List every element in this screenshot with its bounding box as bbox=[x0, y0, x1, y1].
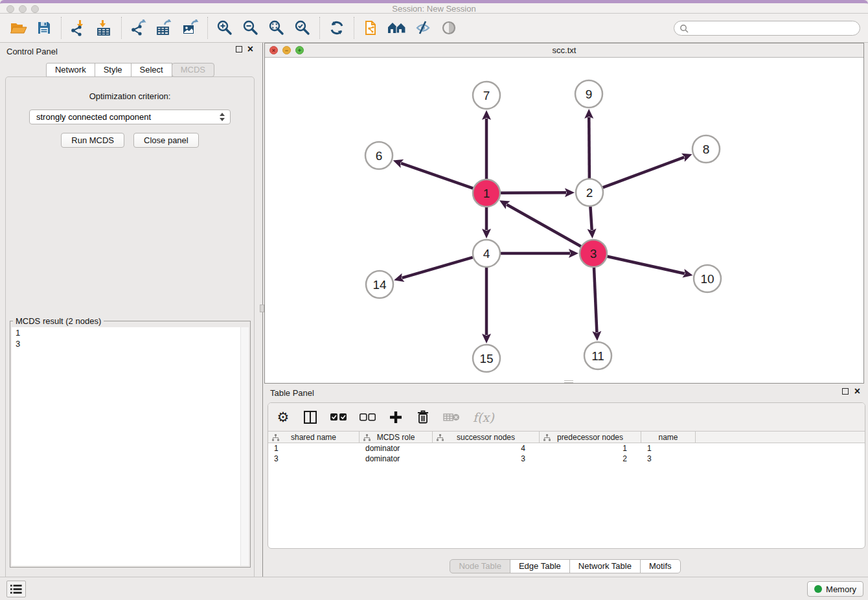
import-network-button[interactable] bbox=[65, 16, 91, 40]
refresh-icon bbox=[329, 20, 345, 36]
graph-edge-1-2[interactable] bbox=[501, 192, 566, 193]
import-table-button[interactable] bbox=[91, 16, 117, 40]
table-row[interactable]: 1dominator411 bbox=[268, 443, 865, 454]
table-body: 1dominator4113dominator323 bbox=[268, 443, 865, 464]
mcds-result-lines: 13 bbox=[12, 327, 249, 349]
run-mcds-button[interactable]: Run MCDS bbox=[61, 133, 124, 148]
search-box[interactable] bbox=[674, 21, 860, 36]
tab-motifs[interactable]: Motifs bbox=[640, 559, 681, 573]
close-table-panel-icon[interactable]: × bbox=[854, 388, 860, 395]
export-network-button[interactable] bbox=[126, 16, 152, 40]
export-image-button[interactable] bbox=[177, 16, 203, 40]
show-all-button[interactable] bbox=[436, 16, 462, 40]
graph-edge-2-3[interactable] bbox=[590, 207, 591, 230]
plus-icon bbox=[389, 411, 402, 424]
graph-edge-1-6[interactable] bbox=[401, 163, 473, 189]
close-panel-button[interactable]: Close panel bbox=[133, 133, 199, 148]
apply-layout-button[interactable] bbox=[324, 16, 350, 40]
tab-edge-table[interactable]: Edge Table bbox=[510, 559, 570, 573]
import-table-icon bbox=[96, 19, 113, 36]
splitter-grip[interactable] bbox=[260, 305, 264, 312]
tab-node-table[interactable]: Node Table bbox=[450, 559, 510, 573]
zoom-out-button[interactable] bbox=[238, 16, 264, 40]
network-canvas[interactable]: 7968124314101511 bbox=[265, 58, 863, 383]
hide-selected-button[interactable] bbox=[410, 16, 436, 40]
canvas-resize-grip[interactable] bbox=[564, 380, 573, 383]
column-header-name[interactable]: name bbox=[641, 432, 696, 443]
column-header-successor-nodes[interactable]: successor nodes bbox=[433, 432, 540, 443]
table-cell[interactable]: 3 bbox=[268, 454, 360, 464]
table-cell[interactable]: 2 bbox=[540, 454, 641, 464]
table-cell[interactable]: 1 bbox=[268, 443, 360, 454]
new-network-button[interactable] bbox=[358, 16, 384, 40]
column-header-shared-name[interactable]: shared name bbox=[268, 432, 360, 443]
network-window-titlebar[interactable]: × − + scc.txt bbox=[265, 43, 863, 58]
table-cell[interactable]: 1 bbox=[540, 443, 641, 454]
search-input[interactable] bbox=[692, 24, 854, 33]
add-column-button[interactable] bbox=[389, 411, 403, 424]
unchecked-boxes-icon bbox=[360, 413, 376, 421]
eye-slash-icon bbox=[415, 20, 431, 36]
list-icon bbox=[10, 584, 22, 594]
function-builder-button[interactable]: f(x) bbox=[473, 410, 494, 424]
table-cell[interactable]: 3 bbox=[433, 454, 540, 464]
mcds-result-line: 1 bbox=[12, 327, 249, 338]
show-panels-button[interactable] bbox=[6, 581, 26, 597]
mcds-result-textarea[interactable]: 13 bbox=[12, 327, 249, 566]
graph-node-label-14: 14 bbox=[372, 278, 387, 292]
column-header-predecessor-nodes[interactable]: predecessor nodes bbox=[540, 432, 641, 443]
column-visibility-button[interactable] bbox=[303, 410, 317, 424]
graph-edge-3-11[interactable] bbox=[594, 268, 597, 332]
graph-node-label-8: 8 bbox=[703, 143, 710, 156]
tab-select[interactable]: Select bbox=[131, 63, 172, 77]
graph-edge-arrowhead bbox=[584, 109, 593, 119]
table-toolbar: ⚙ bbox=[268, 403, 865, 431]
tab-mcds[interactable]: MCDS bbox=[172, 63, 214, 77]
memory-button[interactable]: Memory bbox=[807, 581, 863, 597]
close-panel-icon[interactable]: × bbox=[247, 46, 253, 52]
export-table-button[interactable] bbox=[152, 16, 177, 40]
column-header-label: MCDS role bbox=[377, 433, 415, 442]
graph-edge-3-1[interactable] bbox=[507, 205, 580, 247]
control-panel-title: Control Panel bbox=[6, 47, 58, 56]
zoom-in-button[interactable] bbox=[212, 16, 238, 40]
criterion-dropdown[interactable]: strongly connected component bbox=[29, 110, 231, 124]
mcds-result-title: MCDS result (2 nodes) bbox=[13, 316, 104, 326]
table-cell[interactable]: 3 bbox=[641, 454, 696, 464]
mcds-result-line: 3 bbox=[12, 338, 249, 349]
network-graph[interactable]: 7968124314101511 bbox=[265, 58, 863, 383]
float-table-panel-icon[interactable] bbox=[842, 388, 849, 395]
graph-edge-2-8[interactable] bbox=[603, 157, 685, 188]
column-header-MCDS-role[interactable]: MCDS role bbox=[360, 432, 433, 443]
zoom-fit-button[interactable] bbox=[264, 16, 290, 40]
graph-edge-4-14[interactable] bbox=[402, 257, 473, 278]
select-all-button[interactable] bbox=[330, 413, 347, 421]
delete-table-button[interactable] bbox=[443, 412, 460, 422]
tab-network[interactable]: Network bbox=[46, 63, 95, 77]
open-file-button[interactable] bbox=[5, 16, 31, 40]
graph-edge-arrowhead bbox=[482, 110, 491, 120]
table-row[interactable]: 3dominator323 bbox=[268, 454, 865, 464]
graph-edge-3-10[interactable] bbox=[607, 257, 684, 273]
save-session-button[interactable] bbox=[31, 16, 57, 40]
open-folder-icon bbox=[10, 20, 27, 36]
table-cell[interactable]: dominator bbox=[360, 454, 433, 464]
tab-style[interactable]: Style bbox=[95, 63, 131, 77]
float-panel-icon[interactable] bbox=[236, 46, 242, 52]
first-neighbors-button[interactable] bbox=[384, 16, 410, 40]
tab-network-table[interactable]: Network Table bbox=[569, 559, 641, 573]
table-cell[interactable]: 4 bbox=[433, 443, 540, 454]
table-options-button[interactable]: ⚙ bbox=[276, 411, 290, 424]
save-icon bbox=[36, 20, 52, 36]
table-cell[interactable]: 1 bbox=[641, 443, 696, 454]
memory-button-label: Memory bbox=[826, 584, 856, 594]
result-scrollbar[interactable] bbox=[240, 327, 249, 566]
trash-icon bbox=[417, 410, 429, 424]
table-panel: Table Panel × ⚙ bbox=[262, 386, 868, 577]
table-cell[interactable]: dominator bbox=[360, 443, 433, 454]
zoom-selected-button[interactable] bbox=[290, 16, 315, 40]
deselect-all-button[interactable] bbox=[360, 413, 376, 421]
toolbar-separator bbox=[319, 17, 320, 39]
delete-column-button[interactable] bbox=[416, 410, 430, 424]
graph-edge-2-9[interactable] bbox=[589, 117, 589, 178]
